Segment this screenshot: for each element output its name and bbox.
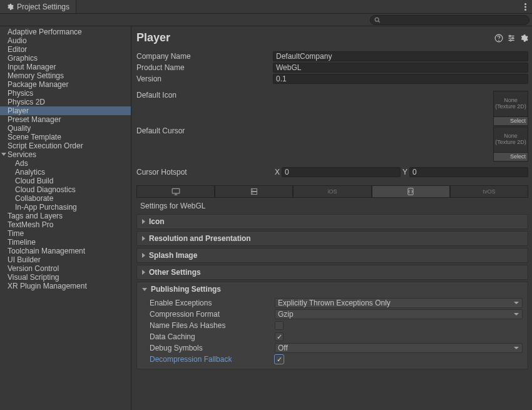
sidebar-item-input-manager[interactable]: Input Manager xyxy=(0,63,131,71)
sidebar-item-ads[interactable]: Ads xyxy=(0,159,131,168)
sidebar-item-scene-template[interactable]: Scene Template xyxy=(0,133,131,141)
default-icon-preview[interactable]: None (Texture 2D) xyxy=(493,91,528,117)
chevron-right-icon xyxy=(142,219,145,224)
sidebar-item-timeline[interactable]: Timeline xyxy=(0,238,131,247)
sidebar-item-memory-settings[interactable]: Memory Settings xyxy=(0,71,131,80)
chevron-right-icon xyxy=(142,270,145,275)
svg-point-12 xyxy=(510,39,511,41)
sidebar-item-label: In-App Purchasing xyxy=(15,203,77,212)
default-cursor-label: Default Cursor xyxy=(136,126,273,135)
sidebar-item-label: Input Manager xyxy=(8,63,56,71)
sidebar-item-version-control[interactable]: Version Control xyxy=(0,264,131,273)
debug-symbols-dropdown[interactable]: Off xyxy=(275,343,523,353)
sidebar-item-label: Script Execution Order xyxy=(8,141,83,150)
window-menu-button[interactable] xyxy=(518,0,532,13)
sidebar-item-label: Adaptive Performance xyxy=(8,28,82,36)
default-icon-select-button[interactable]: Select xyxy=(493,117,528,126)
svg-point-19 xyxy=(252,193,253,193)
sidebar-item-time[interactable]: Time xyxy=(0,229,131,238)
window-tab[interactable]: Project Settings xyxy=(0,0,76,13)
hotspot-y-input[interactable] xyxy=(409,167,528,177)
sidebar-item-analytics[interactable]: Analytics xyxy=(0,168,131,177)
search-field[interactable] xyxy=(370,15,529,25)
platform-tab-tvos[interactable]: tvOS xyxy=(450,185,528,198)
chevron-right-icon xyxy=(142,253,145,258)
product-name-input[interactable] xyxy=(273,63,528,73)
sidebar-item-adaptive-performance[interactable]: Adaptive Performance xyxy=(0,28,131,36)
version-input[interactable] xyxy=(273,74,528,84)
search-input[interactable] xyxy=(383,16,525,24)
sidebar-item-label: UI Builder xyxy=(8,255,41,264)
sidebar-item-visual-scripting[interactable]: Visual Scripting xyxy=(0,273,131,282)
sidebar-item-physics[interactable]: Physics xyxy=(0,89,131,98)
sidebar-item-xr-plugin-management[interactable]: XR Plugin Management xyxy=(0,282,131,290)
foldout-other[interactable]: Other Settings xyxy=(137,265,528,279)
compression-format-dropdown[interactable]: Gzip xyxy=(275,309,523,319)
sidebar-item-collaborate[interactable]: Collaborate xyxy=(0,194,131,203)
help-icon[interactable] xyxy=(494,34,503,43)
sidebar-item-label: Cloud Build xyxy=(15,177,53,185)
company-name-label: Company Name xyxy=(136,52,273,61)
default-icon-label: Default Icon xyxy=(136,91,273,100)
sidebar-item-player[interactable]: Player xyxy=(0,106,131,115)
sidebar-item-label: Editor xyxy=(8,45,27,54)
foldout-icon[interactable]: Icon xyxy=(137,215,528,228)
monitor-icon xyxy=(171,188,180,195)
sidebar-item-package-manager[interactable]: Package Manager xyxy=(0,80,131,89)
default-cursor-preview[interactable]: None (Texture 2D) xyxy=(493,126,528,153)
sidebar-item-ui-builder[interactable]: UI Builder xyxy=(0,255,131,264)
sidebar-item-quality[interactable]: Quality xyxy=(0,124,131,133)
company-name-input[interactable] xyxy=(273,51,528,61)
sidebar-item-graphics[interactable]: Graphics xyxy=(0,54,131,63)
sidebar-item-preset-manager[interactable]: Preset Manager xyxy=(0,115,131,124)
settings-gear-icon[interactable] xyxy=(519,34,528,43)
foldout-splash[interactable]: Splash Image xyxy=(137,249,528,262)
platform-tab-server[interactable] xyxy=(215,185,293,198)
default-cursor-select-button[interactable]: Select xyxy=(493,153,528,161)
sidebar-item-label: Ads xyxy=(15,159,28,168)
platform-tab-standalone[interactable] xyxy=(136,185,215,198)
toolbar xyxy=(0,14,532,26)
sidebar-item-label: Collaborate xyxy=(15,194,53,203)
sidebar-item-label: Memory Settings xyxy=(8,71,64,80)
sidebar-item-audio[interactable]: Audio xyxy=(0,36,131,45)
sidebar-item-services[interactable]: Services xyxy=(0,150,131,159)
enable-exceptions-label: Enable Exceptions xyxy=(150,299,275,307)
data-caching-checkbox[interactable] xyxy=(275,332,284,341)
sidebar-item-label: Toolchain Management xyxy=(8,247,85,255)
foldout-publishing[interactable]: Publishing Settings xyxy=(137,282,528,296)
platform-tab-webgl[interactable] xyxy=(372,185,450,198)
hotspot-x-input[interactable] xyxy=(282,167,401,177)
page-title: Player xyxy=(136,31,170,44)
kebab-icon xyxy=(524,3,526,11)
sidebar-item-cloud-build[interactable]: Cloud Build xyxy=(0,177,131,185)
name-files-hashes-checkbox[interactable] xyxy=(275,321,284,330)
sidebar-item-cloud-diagnostics[interactable]: Cloud Diagnostics xyxy=(0,185,131,194)
sidebar-item-label: Services xyxy=(8,150,36,159)
enable-exceptions-dropdown[interactable]: Explicitly Thrown Exceptions Only xyxy=(275,298,523,308)
server-icon xyxy=(250,188,258,195)
sidebar-item-editor[interactable]: Editor xyxy=(0,45,131,54)
sidebar-item-toolchain-management[interactable]: Toolchain Management xyxy=(0,247,131,255)
preset-icon[interactable] xyxy=(507,34,516,43)
sidebar-item-label: Cloud Diagnostics xyxy=(15,185,76,194)
hotspot-y-label: Y xyxy=(401,168,409,177)
sidebar-item-script-execution-order[interactable]: Script Execution Order xyxy=(0,141,131,150)
sidebar-item-label: Visual Scripting xyxy=(8,273,59,282)
sidebar-item-physics-2d[interactable]: Physics 2D xyxy=(0,98,131,106)
cursor-hotspot-label: Cursor Hotspot xyxy=(136,168,273,177)
sidebar-item-in-app-purchasing[interactable]: In-App Purchasing xyxy=(0,203,131,212)
search-icon xyxy=(374,17,381,23)
sidebar-item-label: TextMesh Pro xyxy=(8,220,53,229)
sidebar-item-textmesh-pro[interactable]: TextMesh Pro xyxy=(0,220,131,229)
chevron-down-icon xyxy=(142,288,147,291)
decompression-fallback-checkbox[interactable] xyxy=(275,355,284,364)
foldout-resolution[interactable]: Resolution and Presentation xyxy=(137,232,528,245)
sidebar-item-tags-and-layers[interactable]: Tags and Layers xyxy=(0,212,131,220)
product-name-label: Product Name xyxy=(136,63,273,72)
hotspot-x-label: X xyxy=(273,168,282,177)
data-caching-label: Data Caching xyxy=(150,332,275,341)
platform-tab-ios[interactable]: iOS xyxy=(293,185,371,198)
svg-point-0 xyxy=(524,3,526,5)
sidebar-item-label: Physics 2D xyxy=(8,98,45,106)
